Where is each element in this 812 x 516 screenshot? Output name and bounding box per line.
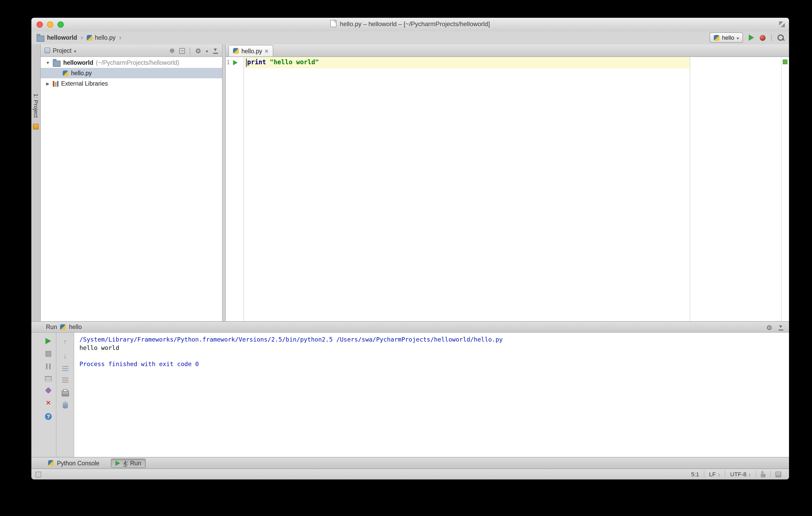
zoom-button[interactable]: [57, 22, 64, 28]
close-panel-button[interactable]: [46, 399, 51, 406]
editor-tab[interactable]: hello.py: [228, 45, 273, 56]
console-line: Process finished with exit code 0: [80, 360, 789, 368]
show-running-list-icon[interactable]: [45, 376, 52, 381]
run-toolbar: hello: [709, 31, 784, 44]
python-icon: [48, 460, 54, 466]
line-ending-text: LF: [709, 471, 716, 477]
project-root-name: helloworld: [63, 60, 93, 66]
soft-wrap-icon[interactable]: [62, 366, 68, 371]
chevron-down-icon[interactable]: [74, 47, 76, 54]
project-view-icon: [45, 48, 50, 53]
window-title: hello.py – helloworld – [~/PycharmProjec…: [31, 18, 789, 31]
run-panel-header[interactable]: Run hello: [31, 321, 789, 333]
up-stack-trace-icon[interactable]: [63, 338, 67, 346]
project-root-path: (~/PycharmProjects/helloworld): [96, 60, 179, 66]
run-line-icon[interactable]: [233, 60, 238, 65]
tree-row-libraries[interactable]: External Libraries: [41, 78, 222, 89]
collapsed-arrow-icon[interactable]: [46, 81, 50, 86]
panel-splitter[interactable]: [223, 44, 226, 321]
expanded-arrow-icon[interactable]: [46, 60, 50, 65]
line-ending-widget[interactable]: LF: [704, 471, 725, 478]
libraries-label: External Libraries: [61, 81, 108, 87]
code-keyword: print: [247, 59, 266, 66]
breadcrumb-file[interactable]: hello.py: [95, 34, 115, 41]
editor-body[interactable]: 1 print "hello world": [226, 57, 789, 321]
editor-gutter: 1: [226, 57, 244, 321]
python-file-icon: [86, 35, 92, 40]
updown-arrows-icon: [749, 471, 751, 477]
gear-icon[interactable]: [766, 324, 772, 331]
encoding-widget[interactable]: UTF-8: [725, 471, 756, 478]
restore-layout-icon[interactable]: [45, 387, 52, 394]
python-console-button[interactable]: Python Console: [44, 458, 104, 468]
window-title-text: hello.py – helloworld – [~/PycharmProjec…: [340, 20, 490, 28]
tree-row-root[interactable]: helloworld (~/PycharmProjects/helloworld…: [41, 57, 222, 68]
clear-console-icon[interactable]: [62, 403, 68, 408]
project-panel-header: Project: [41, 44, 222, 57]
tab-close-icon[interactable]: [265, 47, 268, 55]
right-margin-guide: [690, 57, 690, 321]
status-widgets: 5:1 LF UTF-8: [686, 469, 786, 480]
project-stripe-button[interactable]: 1: Project: [33, 93, 39, 118]
debug-button[interactable]: [760, 35, 765, 40]
python-icon: [714, 35, 719, 40]
hide-panel-icon[interactable]: [213, 48, 219, 54]
chevron-right-icon: [118, 34, 122, 41]
toolbar-separator: [190, 47, 191, 54]
lock-icon: [761, 474, 765, 477]
scroll-to-end-icon[interactable]: [62, 377, 68, 383]
run-panel-body: ? /System/Library/Frameworks/Python.fram…: [31, 333, 789, 457]
pause-output-button[interactable]: [46, 364, 51, 369]
run-config-name: hello: [69, 324, 82, 330]
editor-tab-label: hello.py: [241, 48, 262, 54]
toolwindows-toggle-icon[interactable]: [35, 472, 41, 477]
run-toolwindow-label: 4: Run: [123, 460, 141, 466]
readonly-widget[interactable]: [756, 471, 770, 478]
editor-area: hello.py 1 print "hello world": [226, 44, 789, 321]
run-panel: Run hello ?: [31, 321, 789, 457]
caret-position-widget[interactable]: 5:1: [686, 471, 704, 478]
libraries-icon: [53, 81, 59, 86]
inspection-status-marker[interactable]: [783, 60, 787, 64]
inspection-marker-bar[interactable]: [781, 57, 789, 321]
project-tree: helloworld (~/PycharmProjects/helloworld…: [41, 57, 222, 89]
traffic-lights: [36, 22, 64, 28]
console-toolbar: [56, 333, 74, 457]
editor-tab-bar: hello.py: [226, 44, 789, 57]
chevron-down-icon: [206, 48, 208, 54]
rerun-button[interactable]: [46, 338, 51, 344]
project-panel-title[interactable]: Project: [53, 47, 71, 54]
caret-position-text: 5:1: [691, 471, 699, 477]
help-button[interactable]: ?: [45, 413, 52, 420]
chevron-right-icon: [80, 34, 84, 41]
hide-panel-icon[interactable]: [778, 325, 784, 330]
project-folder-icon: [53, 60, 61, 67]
collapse-all-icon[interactable]: [179, 48, 185, 54]
project-stripe-icon[interactable]: [33, 124, 39, 129]
tree-row-file[interactable]: hello.py: [41, 68, 222, 78]
print-icon[interactable]: [61, 391, 69, 396]
close-button[interactable]: [36, 22, 43, 28]
locate-file-icon[interactable]: [170, 47, 175, 54]
python-icon: [60, 324, 66, 330]
python-file-icon: [233, 48, 239, 54]
run-console[interactable]: /System/Library/Frameworks/Python.framew…: [74, 333, 789, 457]
run-config-select[interactable]: hello: [709, 32, 743, 43]
minimize-button[interactable]: [47, 22, 53, 28]
breadcrumb-project[interactable]: helloworld: [47, 34, 77, 41]
run-toolbar: ?: [31, 333, 56, 457]
down-stack-trace-icon[interactable]: [63, 352, 67, 360]
stop-button[interactable]: [46, 351, 51, 357]
gear-icon[interactable]: [195, 47, 201, 55]
toolwindow-stripe: 1: Project: [31, 44, 41, 321]
python-file-icon: [63, 70, 68, 76]
run-toolwindow-button[interactable]: 4: Run: [111, 458, 146, 468]
run-panel-title: Run: [46, 324, 57, 330]
tree-file-name: hello.py: [71, 70, 92, 76]
highlighting-level-widget[interactable]: [770, 471, 786, 478]
title-bar[interactable]: hello.py – helloworld – [~/PycharmProjec…: [31, 18, 789, 32]
search-icon[interactable]: [778, 34, 784, 41]
run-icon: [115, 460, 120, 465]
fullscreen-icon[interactable]: [779, 22, 785, 27]
run-button[interactable]: [749, 34, 754, 41]
